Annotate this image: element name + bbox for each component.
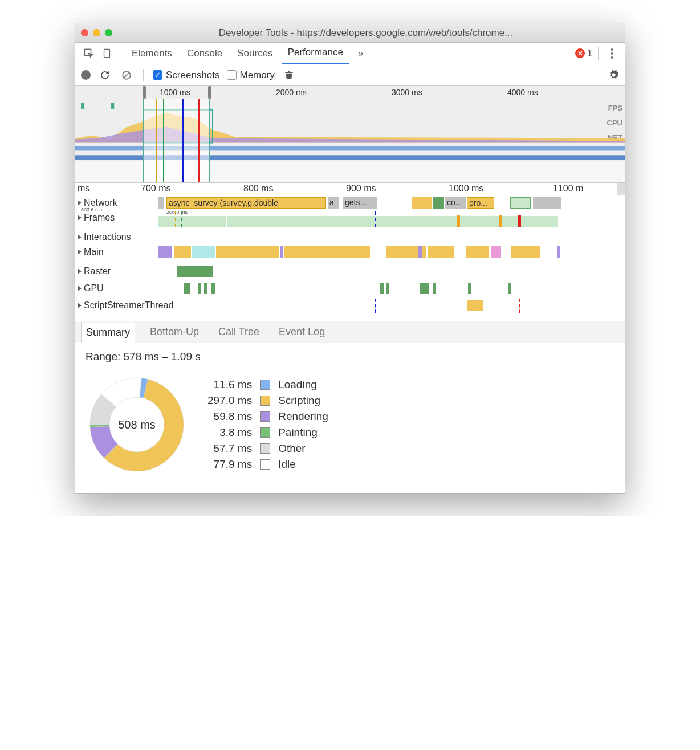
main-bar[interactable] xyxy=(557,246,560,258)
expand-icon[interactable] xyxy=(78,215,82,221)
net-bar-async[interactable]: async_survey (survey.g.double xyxy=(166,197,326,209)
net-bar[interactable]: gets... xyxy=(343,197,377,209)
main-bar[interactable] xyxy=(284,246,370,258)
track-label: Interactions xyxy=(84,232,131,242)
trash-icon[interactable] xyxy=(282,68,296,83)
tab-summary[interactable]: Summary xyxy=(81,323,135,343)
settings-gear-icon[interactable] xyxy=(601,68,619,83)
frame-bar[interactable] xyxy=(158,216,226,227)
net-bar[interactable] xyxy=(433,197,444,209)
ruler-unit: ms xyxy=(78,184,89,194)
kebab-menu-icon[interactable] xyxy=(604,46,619,61)
main-bar[interactable] xyxy=(418,246,422,258)
gpu-bar[interactable] xyxy=(420,283,429,294)
main-bar[interactable] xyxy=(491,246,501,258)
net-bar[interactable] xyxy=(510,197,531,209)
memory-checkbox[interactable]: Memory xyxy=(227,70,275,81)
frame-time: 603.6 ms xyxy=(81,207,102,213)
track-raster[interactable]: Raster xyxy=(75,264,625,281)
detail-ruler[interactable]: ms 700 ms 800 ms 900 ms 1000 ms 1100 m xyxy=(75,183,625,195)
gpu-bar[interactable] xyxy=(204,283,207,294)
error-count[interactable]: ✕ 1 xyxy=(575,48,592,59)
close-window-button[interactable] xyxy=(81,29,88,36)
range-label: Range: 578 ms – 1.09 s xyxy=(86,350,614,363)
tabs-overflow[interactable]: » xyxy=(352,43,369,64)
main-bar[interactable] xyxy=(466,246,489,258)
gpu-bar[interactable] xyxy=(508,283,511,294)
clear-icon[interactable] xyxy=(119,68,134,83)
maximize-window-button[interactable] xyxy=(105,29,112,36)
reload-icon[interactable] xyxy=(97,68,112,83)
main-bar[interactable] xyxy=(511,246,540,258)
tab-bottom-up[interactable]: Bottom-Up xyxy=(145,323,204,341)
expand-icon[interactable] xyxy=(78,249,82,255)
ruler-tick: 1100 m xyxy=(553,184,583,194)
selection-handle-right[interactable] xyxy=(208,86,211,99)
expand-icon[interactable] xyxy=(78,200,82,206)
raster-bar[interactable] xyxy=(177,266,213,277)
net-bar[interactable] xyxy=(158,197,164,209)
minimize-window-button[interactable] xyxy=(93,29,100,36)
tab-call-tree[interactable]: Call Tree xyxy=(214,323,264,341)
device-toolbar-icon[interactable] xyxy=(99,46,114,61)
gpu-bar[interactable] xyxy=(386,283,389,294)
net-bar[interactable] xyxy=(412,197,432,209)
selection-handle-left[interactable] xyxy=(143,86,146,99)
svg-rect-8 xyxy=(81,103,84,109)
gpu-bar[interactable] xyxy=(211,283,215,294)
main-bar[interactable] xyxy=(280,246,283,258)
legend-swatch xyxy=(260,411,270,422)
record-button[interactable] xyxy=(81,70,91,80)
track-scriptstreamer[interactable]: ScriptStreamerThread xyxy=(75,298,625,321)
tab-elements[interactable]: Elements xyxy=(126,43,178,64)
expand-icon[interactable] xyxy=(78,303,82,308)
gpu-bar[interactable] xyxy=(198,283,201,294)
marker xyxy=(519,299,520,313)
expand-icon[interactable] xyxy=(78,234,82,240)
screenshots-checkbox[interactable]: ✓ Screenshots xyxy=(153,70,220,81)
tab-console[interactable]: Console xyxy=(181,43,228,64)
legend-ms: 57.7 ms xyxy=(207,442,252,455)
svg-rect-9 xyxy=(111,103,114,109)
svg-rect-1 xyxy=(104,49,109,57)
main-bar[interactable] xyxy=(192,246,215,258)
memory-label: Memory xyxy=(240,70,275,81)
scrollbar[interactable] xyxy=(617,183,625,195)
performance-toolbar: ✓ Screenshots Memory xyxy=(75,64,625,86)
marker xyxy=(518,215,521,227)
track-network[interactable]: Network async_survey (survey.g.double a … xyxy=(75,195,625,210)
track-label: Frames xyxy=(84,213,115,223)
expand-icon[interactable] xyxy=(78,286,82,291)
gpu-bar[interactable] xyxy=(380,283,384,294)
tab-event-log[interactable]: Event Log xyxy=(274,323,329,341)
net-bar[interactable]: pro... xyxy=(467,197,494,209)
gpu-bar[interactable] xyxy=(433,283,436,294)
gpu-bar[interactable] xyxy=(468,283,471,294)
gpu-bar[interactable] xyxy=(184,283,190,294)
main-bar[interactable] xyxy=(158,246,172,258)
marker xyxy=(499,215,502,227)
expand-icon[interactable] xyxy=(78,268,82,274)
net-bar[interactable]: co... xyxy=(445,197,466,209)
overview-panel[interactable]: 1000 ms 2000 ms 3000 ms 4000 ms FPS CPU … xyxy=(75,86,625,183)
ruler-tick: 3000 ms xyxy=(392,88,422,97)
main-bar[interactable] xyxy=(174,246,191,258)
net-bar[interactable]: a xyxy=(328,197,339,209)
frame-bar[interactable] xyxy=(227,216,558,227)
track-gpu[interactable]: GPU xyxy=(75,281,625,298)
screenshots-label: Screenshots xyxy=(166,70,220,81)
main-bar[interactable] xyxy=(216,246,279,258)
track-main[interactable]: Main xyxy=(75,244,625,264)
tab-sources[interactable]: Sources xyxy=(231,43,278,64)
ss-bar[interactable] xyxy=(467,300,483,311)
net-bar[interactable] xyxy=(533,197,561,209)
inspect-element-icon[interactable] xyxy=(81,46,96,61)
tab-performance[interactable]: Performance xyxy=(282,42,349,64)
track-frames[interactable]: Frames 603.6 ms 206.0 ms xyxy=(75,210,625,230)
ruler-tick: 4000 ms xyxy=(507,88,538,97)
legend-swatch xyxy=(260,380,270,390)
unchecked-icon xyxy=(227,70,237,80)
main-bar[interactable] xyxy=(428,246,454,258)
ruler-tick: 700 ms xyxy=(141,184,170,194)
track-interactions[interactable]: Interactions xyxy=(75,230,625,244)
